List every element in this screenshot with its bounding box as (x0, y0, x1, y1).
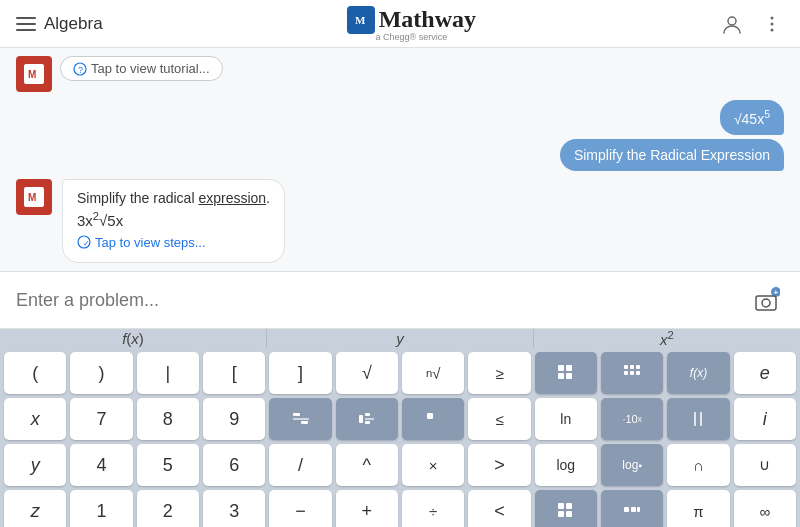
key-3[interactable]: 3 (203, 490, 265, 527)
key-lte[interactable]: ≤ (468, 398, 530, 440)
key-4[interactable]: 4 (70, 444, 132, 486)
key-multiply[interactable]: × (402, 444, 464, 486)
key-euler[interactable]: e (734, 352, 796, 394)
previous-message-row: M ? Tap to view tutorial... (16, 56, 784, 92)
bot-message: M Simplify the radical expression. 3x2√5… (16, 179, 784, 264)
key-gt[interactable]: > (468, 444, 530, 486)
key-abs[interactable] (667, 398, 729, 440)
user-message: √45x5 Simplify the Radical Expression (560, 100, 784, 171)
key-6[interactable]: 6 (203, 444, 265, 486)
key-matrix3[interactable] (535, 490, 597, 527)
key-pipe[interactable]: | (137, 352, 199, 394)
svg-rect-14 (756, 296, 776, 310)
logo: M Mathway (347, 6, 476, 34)
key-union[interactable]: ∪ (734, 444, 796, 486)
svg-text:?: ? (78, 65, 83, 75)
key-open-bracket[interactable]: [ (203, 352, 265, 394)
hamburger-menu-icon[interactable] (16, 17, 36, 31)
tutorial-button[interactable]: ? Tap to view tutorial... (60, 56, 223, 81)
key-frac[interactable] (269, 398, 331, 440)
key-matrix2[interactable] (601, 352, 663, 394)
key-close-bracket[interactable]: ] (269, 352, 331, 394)
svg-rect-40 (624, 507, 629, 512)
svg-point-2 (728, 17, 736, 25)
svg-rect-18 (558, 373, 564, 379)
tab-x2[interactable]: x2 (534, 329, 800, 348)
logo-text: Mathway (379, 6, 476, 33)
user-math-text: √45x5 (734, 111, 770, 127)
key-obelus[interactable]: ÷ (402, 490, 464, 527)
key-1[interactable]: 1 (70, 490, 132, 527)
key-pi[interactable]: π (667, 490, 729, 527)
user-bubble-text: Simplify the Radical Expression (560, 139, 784, 171)
svg-rect-17 (566, 365, 572, 371)
key-sqrt[interactable]: √ (336, 352, 398, 394)
result-radical: √5x (99, 212, 123, 229)
key-log[interactable]: log (535, 444, 597, 486)
key-row-4: z 1 2 3 − + ÷ < π ∞ (4, 490, 796, 527)
svg-rect-23 (624, 371, 628, 375)
bot-bubble: Simplify the radical expression. 3x2√5x … (62, 179, 285, 264)
logo-subtext: a Chegg® service (375, 32, 447, 42)
svg-rect-16 (558, 365, 564, 371)
key-close-paren[interactable]: ) (70, 352, 132, 394)
key-log-base[interactable]: log▪ (601, 444, 663, 486)
key-plus[interactable]: + (336, 490, 398, 527)
svg-rect-33 (427, 413, 433, 419)
key-9[interactable]: 9 (203, 398, 265, 440)
bot-avatar-inner-prev: M (24, 64, 44, 84)
svg-rect-19 (566, 373, 572, 379)
section-title: Algebra (44, 14, 103, 34)
key-nth-root[interactable]: n√ (402, 352, 464, 394)
user-text-content: Simplify the Radical Expression (574, 147, 770, 163)
key-x[interactable]: x (4, 398, 66, 440)
key-y[interactable]: y (4, 444, 66, 486)
key-mixed[interactable] (336, 398, 398, 440)
svg-rect-41 (631, 507, 636, 512)
key-ln[interactable]: ln (535, 398, 597, 440)
key-row-3: y 4 5 6 / ^ × > log log▪ ∩ ∪ (4, 444, 796, 486)
bot-avatar-prev: M (16, 56, 52, 92)
user-icon[interactable] (720, 12, 744, 36)
svg-rect-21 (630, 365, 634, 369)
user-bubble-math: √45x5 (720, 100, 784, 135)
key-row-1: ( ) | [ ] √ n√ ≥ f(x) e (4, 352, 796, 394)
tab-y[interactable]: y (267, 329, 534, 348)
key-caret[interactable]: ^ (336, 444, 398, 486)
svg-rect-38 (558, 511, 564, 517)
key-open-paren[interactable]: ( (4, 352, 66, 394)
steps-button[interactable]: ✓ Tap to view steps... (77, 235, 206, 250)
key-2[interactable]: 2 (137, 490, 199, 527)
more-options-icon[interactable] (760, 12, 784, 36)
key-infinity[interactable]: ∞ (734, 490, 796, 527)
key-divide[interactable]: / (269, 444, 331, 486)
key-imaginary[interactable]: i (734, 398, 796, 440)
header-right (720, 12, 784, 36)
svg-rect-42 (637, 507, 640, 512)
key-small-sq[interactable] (402, 398, 464, 440)
svg-rect-24 (630, 371, 634, 375)
key-gte[interactable]: ≥ (468, 352, 530, 394)
key-matrix[interactable] (535, 352, 597, 394)
key-z[interactable]: z (4, 490, 66, 527)
key-sci-notation[interactable]: ·10x (601, 398, 663, 440)
key-minus[interactable]: − (269, 490, 331, 527)
key-fx-func[interactable]: f(x) (667, 352, 729, 394)
bot-math-result: 3x2√5x (77, 210, 270, 229)
svg-text:M: M (28, 192, 36, 203)
bot-avatar: M (16, 179, 52, 215)
header-center: M Mathway a Chegg® service (347, 6, 476, 42)
svg-rect-29 (359, 415, 363, 423)
key-8[interactable]: 8 (137, 398, 199, 440)
problem-input[interactable] (16, 290, 748, 311)
tab-fx[interactable]: f(x) (0, 329, 267, 348)
result-coeff: 3x2 (77, 212, 99, 229)
key-7[interactable]: 7 (70, 398, 132, 440)
key-5[interactable]: 5 (137, 444, 199, 486)
svg-rect-30 (365, 413, 370, 416)
bot-avatar-inner: M (24, 187, 44, 207)
camera-button[interactable]: + (748, 282, 784, 318)
key-intersect[interactable]: ∩ (667, 444, 729, 486)
key-matrix4[interactable] (601, 490, 663, 527)
key-lt[interactable]: < (468, 490, 530, 527)
